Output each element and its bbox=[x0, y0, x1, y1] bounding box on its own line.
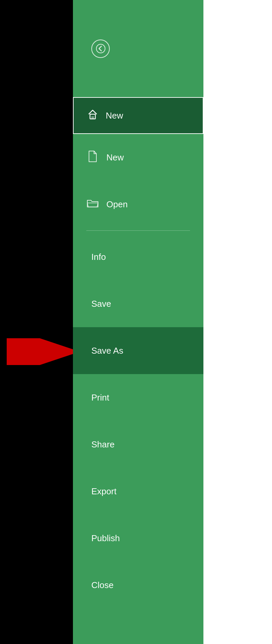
share-label: Share bbox=[91, 439, 114, 450]
publish-menu-item[interactable]: Publish bbox=[73, 515, 203, 562]
close-menu-item[interactable]: Close bbox=[73, 562, 203, 609]
publish-label: Publish bbox=[91, 533, 120, 544]
share-menu-item[interactable]: Share bbox=[73, 421, 203, 468]
svg-rect-5 bbox=[91, 116, 94, 119]
save-as-menu-item[interactable]: Save As bbox=[73, 327, 203, 374]
back-arrow-icon bbox=[96, 44, 106, 54]
sidebar: New New Open Info Save Save As bbox=[73, 0, 203, 644]
save-as-label: Save As bbox=[91, 346, 123, 356]
home-icon bbox=[87, 109, 98, 123]
info-menu-item[interactable]: Info bbox=[73, 233, 203, 280]
open-menu-item[interactable]: Open bbox=[73, 181, 203, 228]
export-label: Export bbox=[91, 486, 116, 497]
home-menu-item[interactable]: New bbox=[73, 97, 203, 134]
home-label: New bbox=[106, 111, 123, 121]
save-label: Save bbox=[91, 299, 111, 309]
menu-divider bbox=[86, 230, 190, 231]
back-area bbox=[73, 0, 203, 97]
arrow-annotation bbox=[7, 338, 74, 365]
open-label: Open bbox=[106, 199, 128, 210]
open-folder-icon bbox=[86, 198, 99, 211]
export-menu-item[interactable]: Export bbox=[73, 468, 203, 515]
svg-point-3 bbox=[96, 44, 105, 53]
new-label: New bbox=[106, 152, 124, 163]
info-label: Info bbox=[91, 252, 106, 262]
svg-point-2 bbox=[9, 344, 15, 359]
new-doc-icon bbox=[86, 150, 99, 165]
save-menu-item[interactable]: Save bbox=[73, 280, 203, 327]
new-menu-item[interactable]: New bbox=[73, 134, 203, 181]
close-label: Close bbox=[91, 580, 113, 590]
back-button[interactable] bbox=[91, 40, 110, 58]
print-menu-item[interactable]: Print bbox=[73, 374, 203, 421]
print-label: Print bbox=[91, 392, 109, 403]
